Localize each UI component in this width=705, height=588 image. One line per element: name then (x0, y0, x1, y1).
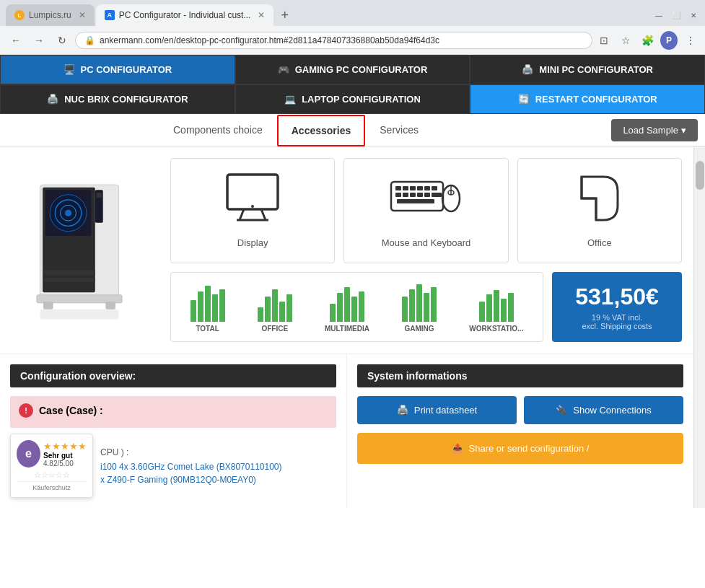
bookmark-icon[interactable]: ☆ (617, 32, 634, 49)
gaming-configurator-button[interactable]: 🎮 GAMING PC CONFIGURATOR (235, 55, 470, 84)
rating-value: 4.82/5.00 (43, 460, 87, 468)
price-sub: 19 % VAT incl.excl. Shipping costs (582, 313, 652, 330)
keyboard-icon (390, 173, 462, 232)
show-connections-button[interactable]: 🔌 Show Connections (524, 396, 683, 424)
refresh-button[interactable]: ↻ (52, 30, 72, 51)
forward-button[interactable]: → (29, 30, 49, 51)
laptop-configurator-button[interactable]: 💻 LAPTOP CONFIGURATION (235, 84, 470, 114)
scroll-thumb[interactable] (696, 161, 704, 190)
profile-button[interactable]: P (660, 32, 678, 49)
nuc-config-icon: 🖨️ (47, 94, 58, 105)
tab-configurator[interactable]: A PC Configurator - Individual cust... ✕ (96, 4, 274, 26)
svg-point-21 (251, 205, 254, 208)
nuc-configurator-button[interactable]: 🖨️ NUC BRIX CONFIGURATOR (0, 84, 235, 114)
svg-rect-14 (105, 301, 115, 309)
mouse-keyboard-label: Mouse and Keyboard (382, 237, 471, 248)
pc-config-label: PC CONFIGURATOR (81, 64, 172, 75)
address-bar[interactable]: 🔒 ankermann.com/en/desktop-pc-configurat… (75, 32, 592, 49)
back-button[interactable]: ← (6, 30, 26, 51)
display-card[interactable]: Display (170, 158, 335, 263)
chart-total: TOTAL (191, 286, 225, 333)
svg-rect-15 (40, 309, 118, 319)
gaming-config-label: GAMING PC CONFIGURATOR (295, 64, 428, 75)
minimize-button[interactable]: — (653, 9, 665, 21)
svg-rect-11 (43, 278, 95, 281)
load-sample-button[interactable]: Load Sample ▾ (611, 119, 698, 141)
bar (198, 291, 203, 322)
scrollbar[interactable] (693, 146, 705, 508)
price-box: 531,50€ 19 % VAT incl.excl. Shipping cos… (552, 272, 682, 342)
bar (359, 291, 364, 322)
bar (344, 287, 350, 322)
svg-line-19 (261, 209, 266, 220)
chart-multimedia-label: MULTIMEDIA (325, 325, 369, 333)
tab-configurator-label: PC Configurator - Individual cust... (119, 10, 251, 20)
nuc-config-label: NUC BRIX CONFIGURATOR (64, 94, 188, 105)
product-grid: Display (159, 146, 693, 354)
chart-multimedia: MULTIMEDIA (325, 286, 369, 333)
mouse-keyboard-card[interactable]: Mouse and Keyboard (343, 158, 508, 263)
chart-container: TOTAL OFFI (170, 272, 543, 342)
bar (337, 293, 343, 322)
tab-components[interactable]: Components choice (159, 114, 277, 146)
bar (486, 294, 492, 322)
svg-rect-27 (424, 186, 430, 190)
tab-lumpics[interactable]: L Lumpics.ru ✕ (6, 4, 95, 26)
gaming-config-icon: 🎮 (278, 64, 289, 75)
share-button[interactable]: 📤 Share or send configuration / (357, 433, 683, 464)
load-sample-label: Load Sample (623, 125, 678, 136)
chart-workstation-label: WORKSTATIO... (469, 325, 523, 333)
tab-accessories[interactable]: Accessories (277, 115, 366, 146)
bar (409, 289, 415, 322)
restart-configurator-button[interactable]: 🔄 RESTART CONFIGURATOR (470, 84, 705, 114)
svg-rect-29 (395, 193, 401, 197)
svg-rect-10 (43, 270, 95, 275)
svg-point-7 (50, 194, 87, 231)
star-rating-display: ★★★★★ (43, 441, 87, 452)
bar (212, 294, 218, 322)
laptop-config-icon: 💻 (284, 94, 296, 105)
trust-badge: e ★★★★★ Sehr gut 4.82/5.00 ☆☆☆☆☆ Käuf (10, 434, 93, 498)
svg-rect-31 (410, 193, 416, 197)
chart-gaming-label: GAMING (405, 325, 434, 333)
chart-total-label: TOTAL (196, 325, 219, 333)
dropdown-arrow-icon: ▾ (681, 125, 686, 136)
trusted-shops-logo: e (17, 440, 40, 468)
cpu-label: CPU ) : (100, 447, 336, 457)
tab-services[interactable]: Services (365, 114, 433, 146)
close-tab2-button[interactable]: ✕ (258, 10, 265, 20)
bar (219, 289, 225, 322)
chart-office-label: OFFICE (261, 325, 288, 333)
menu-button[interactable]: ⋮ (682, 32, 699, 49)
close-window-button[interactable]: ✕ (688, 9, 699, 21)
pc-configurator-button[interactable]: 🖥️ PC CONFIGURATOR (0, 55, 235, 84)
bar (402, 297, 408, 322)
print-datasheet-button[interactable]: 🖨️ Print datasheet (357, 396, 517, 424)
svg-rect-24 (403, 186, 408, 190)
svg-rect-25 (410, 186, 416, 190)
cast-icon[interactable]: ⊡ (595, 32, 613, 49)
config-overview-section: Configuration overview: ! Case (Case) : … (0, 354, 347, 508)
connections-btn-label: Show Connections (573, 405, 651, 416)
svg-rect-32 (417, 193, 423, 197)
display-icon (224, 173, 281, 232)
share-icon: 📤 (452, 443, 463, 454)
pc-config-icon: 🖥️ (64, 64, 75, 75)
lumpics-favicon: L (14, 10, 25, 20)
system-info-title: System informations (357, 364, 683, 387)
add-tab-button[interactable]: + (275, 8, 294, 23)
svg-rect-33 (424, 193, 430, 197)
share-btn-label: Share or send configuration / (469, 443, 590, 454)
lock-icon: 🔒 (84, 35, 95, 45)
extension-icon[interactable]: 🧩 (639, 32, 656, 49)
pc-case-illustration (22, 178, 137, 322)
maximize-button[interactable]: ⬜ (670, 9, 682, 21)
tab-components-label: Components choice (173, 124, 263, 136)
svg-rect-34 (432, 193, 442, 197)
office-card[interactable]: Office (517, 158, 682, 263)
close-tab1-button[interactable]: ✕ (79, 10, 86, 20)
svg-rect-16 (227, 175, 278, 209)
bar (479, 302, 485, 322)
mini-configurator-button[interactable]: 🖨️ MINI PC CONFIGURATOR (470, 55, 705, 84)
cpu-label-text: CPU ) : (100, 447, 128, 457)
